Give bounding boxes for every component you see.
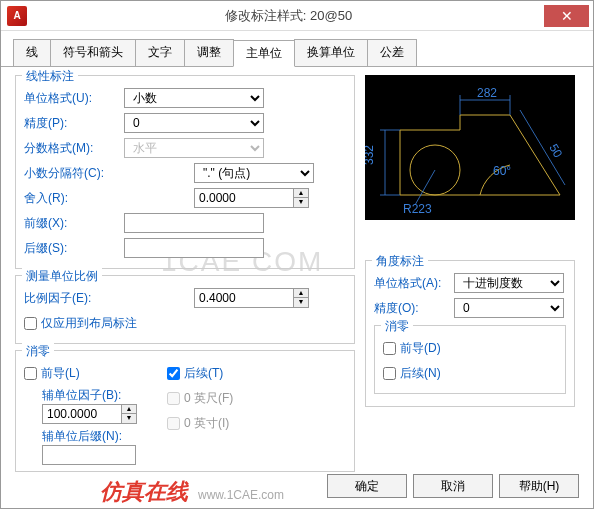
subsuffix-label: 辅单位后缀(N): <box>42 428 137 445</box>
tab-text[interactable]: 文字 <box>135 39 185 66</box>
ang-trailing-label: 后续(N) <box>400 365 441 382</box>
inches-checkbox <box>167 417 180 430</box>
prefix-input[interactable] <box>124 213 264 233</box>
precision-label: 精度(P): <box>24 115 124 132</box>
tab-line[interactable]: 线 <box>13 39 51 66</box>
ang-leading-checkbox[interactable] <box>383 342 396 355</box>
tab-alt-units[interactable]: 换算单位 <box>294 39 368 66</box>
suffix-label: 后缀(S): <box>24 240 124 257</box>
dialog-title: 修改标注样式: 20@50 <box>33 7 544 25</box>
dim-left: 332 <box>365 145 376 165</box>
scale-factor-label: 比例因子(E): <box>24 290 124 307</box>
precision-select[interactable]: 0 <box>124 113 264 133</box>
trailing-label: 后续(T) <box>184 365 223 382</box>
tab-row: 线 符号和箭头 文字 调整 主单位 换算单位 公差 <box>1 31 593 67</box>
fraction-select: 水平 <box>124 138 264 158</box>
spin-up-icon[interactable]: ▲ <box>122 405 136 414</box>
group-zero-angular: 消零 前导(D) 后续(N) <box>374 325 566 394</box>
round-label: 舍入(R): <box>24 190 124 207</box>
app-icon: A <box>7 6 27 26</box>
spin-down-icon[interactable]: ▼ <box>294 298 308 307</box>
trailing-checkbox[interactable] <box>167 367 180 380</box>
round-spinner[interactable]: ▲▼ <box>194 188 309 208</box>
ang-precision-select[interactable]: 0 <box>454 298 564 318</box>
fraction-label: 分数格式(M): <box>24 140 124 157</box>
tab-primary-units[interactable]: 主单位 <box>233 40 295 67</box>
decsep-select[interactable]: "." (句点) <box>194 163 314 183</box>
ang-format-select[interactable]: 十进制度数 <box>454 273 564 293</box>
group-zero-linear-title: 消零 <box>22 343 54 360</box>
svg-line-8 <box>415 170 435 205</box>
close-button[interactable]: ✕ <box>544 5 589 27</box>
ang-precision-label: 精度(O): <box>374 300 454 317</box>
decsep-label: 小数分隔符(C): <box>24 165 124 182</box>
spin-up-icon[interactable]: ▲ <box>294 189 308 198</box>
tab-content: 线性标注 单位格式(U): 小数 精度(P): 0 分数格式(M): 水平 小数… <box>1 67 593 486</box>
leading-label: 前导(L) <box>41 365 80 382</box>
scale-factor-input[interactable] <box>194 288 294 308</box>
tab-tolerance[interactable]: 公差 <box>367 39 417 66</box>
dialog-window: A 修改标注样式: 20@50 ✕ 线 符号和箭头 文字 调整 主单位 换算单位… <box>0 0 594 509</box>
prefix-label: 前缀(X): <box>24 215 124 232</box>
preview-pane: 282 332 50 60° R223 <box>365 75 575 220</box>
group-zero-linear: 消零 前导(L) 辅单位因子(B): ▲▼ 辅单位后缀(N): 后续(T) 0 <box>15 350 355 472</box>
group-angular: 角度标注 单位格式(A): 十进制度数 精度(O): 0 消零 前导(D) 后续… <box>365 260 575 407</box>
spin-up-icon[interactable]: ▲ <box>294 289 308 298</box>
cancel-button[interactable]: 取消 <box>413 474 493 498</box>
group-linear-title: 线性标注 <box>22 68 78 85</box>
titlebar: A 修改标注样式: 20@50 ✕ <box>1 1 593 31</box>
dim-right: 50 <box>546 142 565 161</box>
unit-format-select[interactable]: 小数 <box>124 88 264 108</box>
group-scale-title: 测量单位比例 <box>22 268 102 285</box>
ang-leading-label: 前导(D) <box>400 340 441 357</box>
group-scale: 测量单位比例 比例因子(E): ▲▼ 仅应用到布局标注 <box>15 275 355 344</box>
help-button[interactable]: 帮助(H) <box>499 474 579 498</box>
subfactor-input[interactable] <box>42 404 122 424</box>
subfactor-label: 辅单位因子(B): <box>42 387 137 404</box>
spin-down-icon[interactable]: ▼ <box>122 414 136 423</box>
suffix-input[interactable] <box>124 238 264 258</box>
dim-angle: 60° <box>493 164 511 178</box>
spin-down-icon[interactable]: ▼ <box>294 198 308 207</box>
unit-format-label: 单位格式(U): <box>24 90 124 107</box>
subsuffix-input[interactable] <box>42 445 136 465</box>
layout-only-label: 仅应用到布局标注 <box>41 315 137 332</box>
tab-symbols[interactable]: 符号和箭头 <box>50 39 136 66</box>
subfactor-spinner[interactable]: ▲▼ <box>42 404 137 424</box>
feet-label: 0 英尺(F) <box>184 390 233 407</box>
tab-fit[interactable]: 调整 <box>184 39 234 66</box>
ang-format-label: 单位格式(A): <box>374 275 454 292</box>
scale-factor-spinner[interactable]: ▲▼ <box>194 288 309 308</box>
dim-radius: R223 <box>403 202 432 216</box>
round-input[interactable] <box>194 188 294 208</box>
dim-top: 282 <box>477 86 497 100</box>
leading-checkbox[interactable] <box>24 367 37 380</box>
feet-checkbox <box>167 392 180 405</box>
group-linear: 线性标注 单位格式(U): 小数 精度(P): 0 分数格式(M): 水平 小数… <box>15 75 355 269</box>
group-angular-title: 角度标注 <box>372 253 428 270</box>
ang-trailing-checkbox[interactable] <box>383 367 396 380</box>
layout-only-checkbox[interactable] <box>24 317 37 330</box>
group-zero-angular-title: 消零 <box>381 318 413 335</box>
button-bar: 确定 取消 帮助(H) <box>327 474 579 498</box>
inches-label: 0 英寸(I) <box>184 415 229 432</box>
ok-button[interactable]: 确定 <box>327 474 407 498</box>
